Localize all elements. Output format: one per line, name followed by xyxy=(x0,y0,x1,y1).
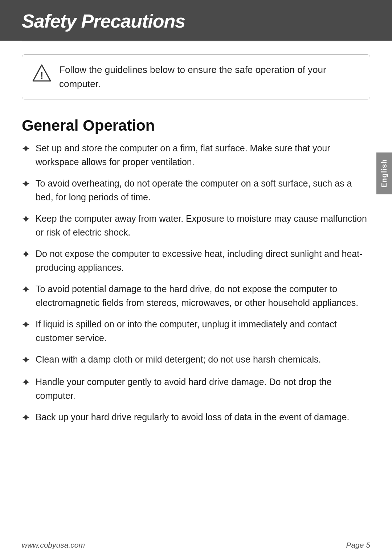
footer-page: Page 5 xyxy=(346,541,370,549)
header-bar: Safety Precautions xyxy=(0,0,392,41)
bullet-text: To avoid overheating, do not operate the… xyxy=(36,177,370,204)
page-title: Safety Precautions xyxy=(22,10,370,32)
bullet-symbol: ✦ xyxy=(22,411,30,425)
list-item: ✦Clean with a damp cloth or mild deterge… xyxy=(22,353,370,367)
warning-icon: ! xyxy=(32,64,51,82)
bullet-text: Set up and store the computer on a firm,… xyxy=(36,142,370,169)
notice-box: ! Follow the guidelines below to ensure … xyxy=(22,54,370,99)
list-item: ✦Keep the computer away from water. Expo… xyxy=(22,212,370,239)
notice-text: Follow the guidelines below to ensure th… xyxy=(59,63,360,91)
bullet-text: Keep the computer away from water. Expos… xyxy=(36,212,370,239)
list-item: ✦If liquid is spilled on or into the com… xyxy=(22,318,370,345)
bullet-symbol: ✦ xyxy=(22,353,30,367)
bullet-text: Do not expose the computer to excessive … xyxy=(36,247,370,274)
bullet-symbol: ✦ xyxy=(22,376,30,390)
list-item: ✦Back up your hard drive regularly to av… xyxy=(22,410,370,425)
bullet-text: Clean with a damp cloth or mild detergen… xyxy=(36,353,321,367)
footer: www.cobyusa.com Page 5 xyxy=(0,534,392,556)
svg-text:!: ! xyxy=(40,70,44,81)
list-item: ✦Set up and store the computer on a firm… xyxy=(22,142,370,169)
bullet-text: Back up your hard drive regularly to avo… xyxy=(36,410,349,424)
bullet-symbol: ✦ xyxy=(22,318,30,332)
list-item: ✦To avoid potential damage to the hard d… xyxy=(22,282,370,310)
bullet-symbol: ✦ xyxy=(22,212,30,226)
bullet-symbol: ✦ xyxy=(22,177,30,191)
bullet-text: To avoid potential damage to the hard dr… xyxy=(36,282,370,310)
bullet-list: ✦Set up and store the computer on a firm… xyxy=(22,142,370,425)
list-item: ✦Handle your computer gently to avoid ha… xyxy=(22,375,370,402)
sidebar-language-tab: English xyxy=(376,152,392,194)
section-title: General Operation xyxy=(22,117,370,134)
header-divider xyxy=(22,41,370,41)
bullet-symbol: ✦ xyxy=(22,248,30,262)
list-item: ✦Do not expose the computer to excessive… xyxy=(22,247,370,274)
bullet-text: Handle your computer gently to avoid har… xyxy=(36,375,370,402)
bullet-symbol: ✦ xyxy=(22,142,30,156)
bullet-text: If liquid is spilled on or into the comp… xyxy=(36,318,370,345)
bullet-symbol: ✦ xyxy=(22,283,30,297)
footer-url: www.cobyusa.com xyxy=(22,541,85,549)
list-item: ✦To avoid overheating, do not operate th… xyxy=(22,177,370,204)
